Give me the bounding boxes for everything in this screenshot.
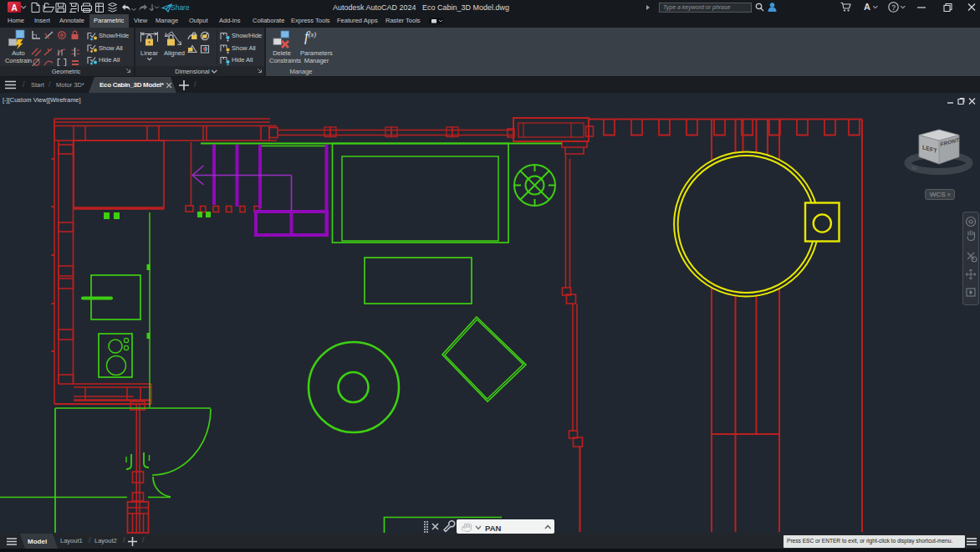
svg-text:A: A <box>11 3 17 13</box>
svg-text:?: ? <box>891 3 896 12</box>
svg-text:PAN: PAN <box>485 523 501 532</box>
